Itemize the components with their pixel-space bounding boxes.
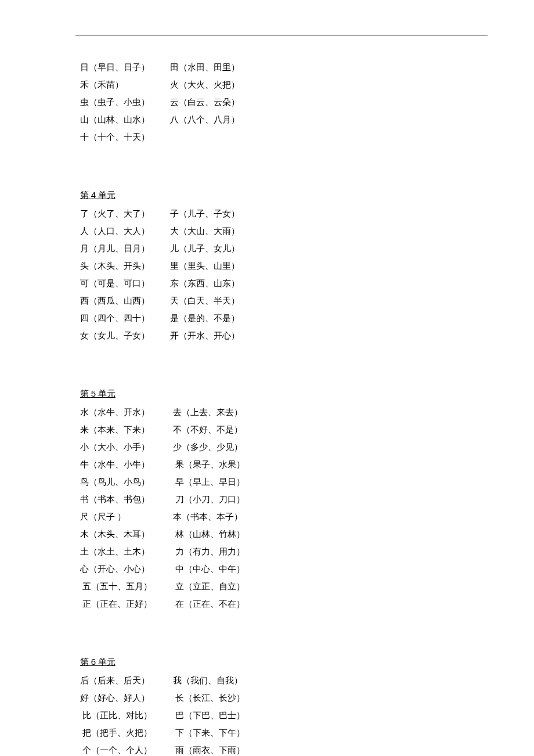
vocab-left: 虫（虫子、小虫） [80, 93, 170, 111]
top-rule [75, 35, 488, 35]
section-spacer [80, 146, 488, 163]
vocab-left: 小（大小、小手） [80, 438, 173, 456]
vocab-left: 女（女儿、子女） [80, 327, 170, 344]
vocab-left: 比（正比、对比） [80, 707, 173, 724]
unit-title: 第 6 单元 [80, 653, 488, 671]
vocab-left: 后（后来、后天） [80, 672, 173, 689]
unit-title-number: 6 [91, 657, 96, 667]
vocab-left: 个（一个、个人） [80, 741, 173, 756]
vocab-row: 五（五十、五月） 立（立正、自立） [80, 578, 488, 595]
vocab-left: 鸟（鸟儿、小鸟） [80, 473, 173, 491]
vocab-right: 林（山林、竹林） [173, 525, 245, 543]
vocab-left: 好（好心、好人） [80, 689, 173, 707]
vocab-left: 月（月儿、日月） [80, 240, 170, 257]
vocab-left: 五（五十、五月） [80, 578, 173, 595]
vocab-left: 四（四个、四十） [80, 309, 170, 327]
vocab-row: 可（可是、可口）东（东西、山东） [80, 275, 488, 292]
vocab-left: 心（开心、小心） [80, 560, 173, 578]
vocab-row: 西（西瓜、山西）天（白天、半天） [80, 292, 488, 309]
section-spacer [80, 344, 488, 362]
vocab-right: 儿（儿子、女儿） [170, 240, 240, 257]
unit-title: 第 5 单元 [80, 385, 488, 402]
unit-title-suffix: 单元 [96, 657, 116, 667]
vocab-right: 力（有力、用力） [173, 543, 245, 560]
unit-title-suffix: 单元 [96, 389, 116, 398]
vocab-right: 果（果子、水果） [173, 456, 245, 473]
vocab-row: 日（早日、日子）田（水田、田里） [80, 59, 488, 76]
vocab-right: 长（长江、长沙） [173, 689, 245, 707]
vocab-left: 水（水牛、开水） [80, 404, 173, 421]
vocab-left: 木（木头、木耳） [80, 525, 173, 543]
vocab-right: 火（大火、火把） [170, 76, 240, 93]
vocab-left: 可（可是、可口） [80, 275, 170, 292]
vocab-left: 正（正在、正好） [80, 595, 173, 613]
vocab-row: 好（好心、好人） 长（长江、长沙） [80, 689, 488, 707]
vocab-right: 东（东西、山东） [170, 275, 240, 292]
unit-title-prefix: 第 [80, 190, 91, 200]
vocab-row: 正（正在、正好） 在（正在、不在） [80, 595, 488, 613]
vocab-right: 云（白云、云朵） [170, 93, 240, 111]
vocab-row: 书（书本、书包） 刀（小刀、刀口） [80, 491, 488, 508]
vocab-row: 四（四个、四十）是（是的、不是） [80, 309, 488, 327]
vocab-left: 了（火了、大了） [80, 205, 170, 222]
vocab-right: 在（正在、不在） [173, 595, 245, 613]
vocab-row: 人（人口、大人）大（大山、大雨） [80, 222, 488, 240]
document-page: 日（早日、日子）田（水田、田里）禾（禾苗）火（大火、火把）虫（虫子、小虫）云（白… [0, 0, 534, 756]
vocab-row: 尺（尺子 ）本（书本、本子） [80, 508, 488, 525]
vocab-right: 里（里头、山里） [170, 257, 240, 275]
vocab-left: 日（早日、日子） [80, 59, 170, 76]
vocab-right: 大（大山、大雨） [170, 222, 240, 240]
vocab-right: 去（上去、来去） [173, 404, 243, 421]
vocab-row: 禾（禾苗）火（大火、火把） [80, 76, 488, 93]
vocab-row: 比（正比、对比） 巴（下巴、巴士） [80, 707, 488, 724]
vocab-row: 后（后来、后天）我（我们、自我） [80, 672, 488, 689]
vocab-row: 来（本来、下来）不（不好、不是） [80, 421, 488, 438]
vocab-left: 尺（尺子 ） [80, 508, 173, 525]
vocab-row: 土（水土、土木） 力（有力、用力） [80, 543, 488, 560]
vocab-row: 女（女儿、子女）开（开水、开心） [80, 327, 488, 344]
vocab-row: 虫（虫子、小虫）云（白云、云朵） [80, 93, 488, 111]
vocab-row: 把（把手、火把） 下（下来、下午） [80, 724, 488, 741]
vocab-row: 小（大小、小手）少（多少、少见） [80, 438, 488, 456]
vocab-left: 土（水土、土木） [80, 543, 173, 560]
vocab-row: 个（一个、个人） 雨（雨衣、下雨） [80, 741, 488, 756]
vocab-right: 立（立正、自立） [173, 578, 245, 595]
vocab-right: 少（多少、少见） [173, 438, 243, 456]
vocab-row: 月（月儿、日月）儿（儿子、女儿） [80, 240, 488, 257]
vocab-row: 水（水牛、开水）去（上去、来去） [80, 404, 488, 421]
vocab-row: 山（山林、山水）八（八个、八月） [80, 111, 488, 128]
vocab-right: 巴（下巴、巴士） [173, 707, 245, 724]
vocab-right: 不（不好、不是） [173, 421, 243, 438]
unit-title: 第 4 单元 [80, 186, 488, 204]
vocab-right: 开（开水、开心） [170, 327, 240, 344]
vocab-left: 头（木头、开头） [80, 257, 170, 275]
vocab-row: 十（十个、十天） [80, 128, 488, 146]
vocab-row: 木（木头、木耳） 林（山林、竹林） [80, 525, 488, 543]
vocab-left: 来（本来、下来） [80, 421, 173, 438]
vocab-right: 是（是的、不是） [170, 309, 240, 327]
unit-title-prefix: 第 [80, 389, 91, 398]
vocab-left: 人（人口、大人） [80, 222, 170, 240]
unit-title-suffix: 单元 [96, 190, 116, 200]
vocab-right: 我（我们、自我） [173, 672, 243, 689]
vocab-right: 下（下来、下午） [173, 724, 245, 741]
vocab-left: 西（西瓜、山西） [80, 292, 170, 309]
vocab-left: 禾（禾苗） [80, 76, 170, 93]
vocab-right: 子（儿子、子女） [170, 205, 240, 222]
document-content: 日（早日、日子）田（水田、田里）禾（禾苗）火（大火、火把）虫（虫子、小虫）云（白… [80, 59, 488, 756]
unit-title-prefix: 第 [80, 657, 91, 667]
vocab-right: 刀（小刀、刀口） [173, 491, 245, 508]
vocab-left: 山（山林、山水） [80, 111, 170, 128]
vocab-left: 把（把手、火把） [80, 724, 173, 741]
vocab-right: 早（早上、早日） [173, 473, 245, 491]
vocab-right: 中（中心、中午） [173, 560, 245, 578]
vocab-right: 本（书本、本子） [173, 508, 243, 525]
section-spacer [80, 613, 488, 630]
vocab-row: 了（火了、大了）子（儿子、子女） [80, 205, 488, 222]
vocab-right: 田（水田、田里） [170, 59, 240, 76]
vocab-left: 十（十个、十天） [80, 128, 170, 146]
vocab-row: 牛（水牛、小牛） 果（果子、水果） [80, 456, 488, 473]
vocab-right: 八（八个、八月） [170, 111, 240, 128]
vocab-left: 牛（水牛、小牛） [80, 456, 173, 473]
unit-title-number: 5 [91, 388, 96, 398]
